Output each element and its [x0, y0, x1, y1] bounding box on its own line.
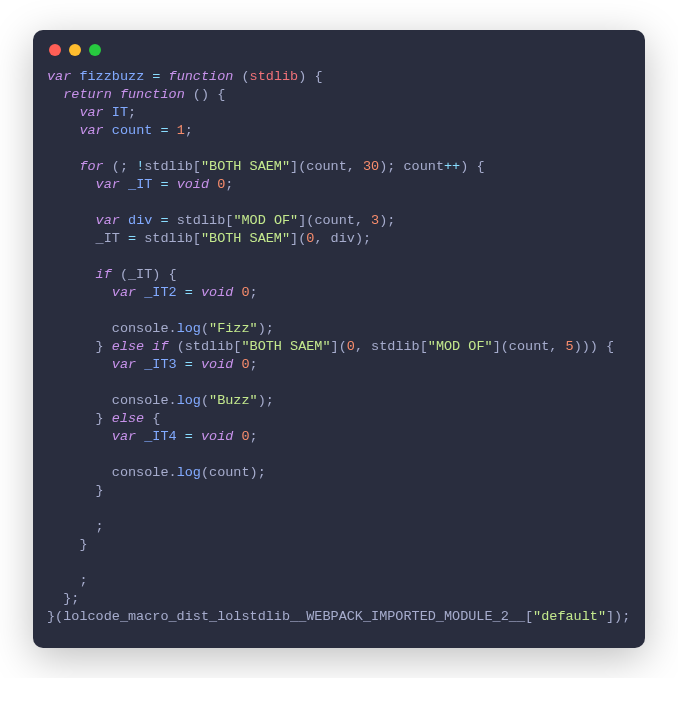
keyword-var: var [79, 123, 103, 138]
number: 30 [363, 159, 379, 174]
param-stdlib: stdlib [250, 69, 299, 84]
op: = [152, 69, 160, 84]
string: "MOD OF" [428, 339, 493, 354]
code-block: var fizzbuzz = function (stdlib) { retur… [33, 62, 645, 648]
op: = [160, 177, 168, 192]
string: "default" [533, 609, 606, 624]
code-window: var fizzbuzz = function (stdlib) { retur… [33, 30, 645, 648]
ident-count: count [112, 123, 153, 138]
ident-_IT2: _IT2 [144, 285, 176, 300]
string: "BOTH SAEM" [201, 231, 290, 246]
keyword-var: var [96, 177, 120, 192]
keyword-var: var [112, 429, 136, 444]
keyword-var: var [112, 357, 136, 372]
number: 0 [217, 177, 225, 192]
string: "Buzz" [209, 393, 258, 408]
number: 3 [371, 213, 379, 228]
number: 0 [241, 357, 249, 372]
ident-_IT3: _IT3 [144, 357, 176, 372]
op: = [185, 285, 193, 300]
keyword-void: void [177, 177, 209, 192]
keyword-var: var [79, 105, 103, 120]
keyword-else: else [112, 411, 144, 426]
op: = [185, 429, 193, 444]
keyword-void: void [201, 357, 233, 372]
number: 0 [306, 231, 314, 246]
keyword-if: if [152, 339, 168, 354]
fn-log: log [177, 465, 201, 480]
number: 0 [241, 285, 249, 300]
op: ! [136, 159, 144, 174]
number: 0 [241, 429, 249, 444]
keyword-for: for [79, 159, 103, 174]
keyword-function: function [169, 69, 234, 84]
maximize-icon[interactable] [89, 44, 101, 56]
keyword-var: var [96, 213, 120, 228]
fn-log: log [177, 393, 201, 408]
window-titlebar [33, 30, 645, 62]
op: = [160, 213, 168, 228]
number: 1 [177, 123, 185, 138]
keyword-void: void [201, 285, 233, 300]
op: = [128, 231, 136, 246]
string: "Fizz" [209, 321, 258, 336]
ident-div: div [128, 213, 152, 228]
fn-log: log [177, 321, 201, 336]
ident-_IT4: _IT4 [144, 429, 176, 444]
keyword-var: var [112, 285, 136, 300]
close-icon[interactable] [49, 44, 61, 56]
string: "BOTH SAEM" [201, 159, 290, 174]
keyword-function: function [120, 87, 185, 102]
ident-_IT: _IT [128, 177, 152, 192]
string: "MOD OF" [233, 213, 298, 228]
op: = [160, 123, 168, 138]
ident-fizzbuzz: fizzbuzz [79, 69, 144, 84]
minimize-icon[interactable] [69, 44, 81, 56]
keyword-if: if [96, 267, 112, 282]
keyword-else: else [112, 339, 144, 354]
keyword-void: void [201, 429, 233, 444]
ident-webpack: lolcode_macro_dist_lolstdlib__WEBPACK_IM… [63, 609, 525, 624]
number: 0 [347, 339, 355, 354]
ident-IT: IT [112, 105, 128, 120]
string: "BOTH SAEM" [241, 339, 330, 354]
op: = [185, 357, 193, 372]
keyword-return: return [63, 87, 112, 102]
number: 5 [566, 339, 574, 354]
op: ++ [444, 159, 460, 174]
keyword-var: var [47, 69, 71, 84]
